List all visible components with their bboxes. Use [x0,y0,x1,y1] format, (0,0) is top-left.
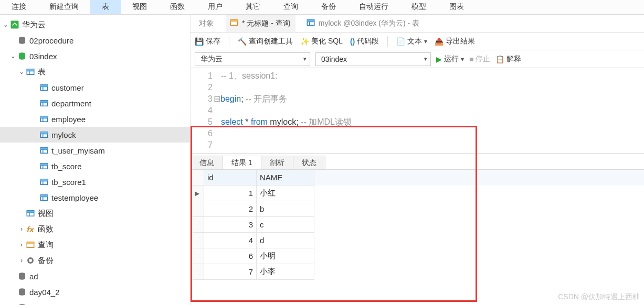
tree-twisty[interactable]: › [18,257,25,264]
menu-item[interactable]: 自动运行 [347,0,400,14]
result-tab[interactable]: 结果 1 [223,156,261,169]
row-header[interactable] [191,233,204,248]
doc-tab[interactable]: 对象 [196,16,219,31]
cell-id[interactable]: 7 [204,264,257,280]
table-row[interactable]: ▶ 1 小红 [191,186,644,201]
tree-row[interactable]: ›备份 [0,253,190,268]
column-header[interactable]: id [204,170,257,186]
cell-name[interactable]: 小李 [257,264,314,280]
doc-tab-label: 对象 [199,19,214,28]
code-area[interactable]: -- 1、session1: ⊟begin; -- 开启事务 select * … [217,68,356,153]
tree-row[interactable]: t_user_myisam [0,143,190,158]
menu-item[interactable]: 连接 [0,0,38,14]
result-tab[interactable]: 信息 [191,156,223,169]
menu-item[interactable]: 用户 [196,0,234,14]
tree-row[interactable]: tb_score1 [0,174,190,190]
table-row[interactable]: 6 小明 [191,248,644,264]
tree-row[interactable]: day04_2 [0,284,190,300]
menu-item[interactable]: 新建查询 [38,0,90,14]
cell-name[interactable]: 小明 [257,248,314,264]
tree-row[interactable]: employee [0,111,190,127]
tree-row[interactable]: 02procedure [0,32,190,48]
tree-row[interactable]: ›查询 [0,237,190,253]
connection-select[interactable]: 华为云 ▾ [195,52,310,66]
save-button[interactable]: 💾保存 [195,37,220,46]
cell-id[interactable]: 1 [204,186,257,201]
table-icon [39,145,49,156]
menu-item[interactable]: 函数 [159,0,196,14]
cell-id[interactable]: 4 [204,233,257,248]
row-header[interactable] [191,264,204,280]
tree-label: 查询 [38,240,54,250]
result-grid[interactable]: idNAME ▶ 1 小红 2 b 3 c 4 d 6 小明 7 小李 [191,169,644,280]
menu-item[interactable]: 查询 [272,0,310,14]
tree-twisty[interactable]: ⌄ [2,21,9,28]
stop-button[interactable]: ■停止 [469,55,490,64]
menu-item[interactable]: 其它 [234,0,272,14]
menu-item[interactable]: 模型 [400,0,438,14]
table-icon [39,161,49,171]
tree-row[interactable]: ›fx函数 [0,221,190,237]
tree-twisty[interactable]: › [18,241,25,248]
database-icon [17,35,27,46]
database-select[interactable]: 03index ▾ [315,52,431,66]
menu-item[interactable]: 视图 [121,0,159,14]
tree-label: t_user_myisam [51,146,105,155]
grid-header: idNAME [191,170,644,186]
export-button[interactable]: 📤导出结果 [435,37,475,46]
svg-rect-10 [40,85,48,87]
tree-row[interactable]: customer [0,80,190,95]
row-header[interactable] [191,248,204,264]
explain-button[interactable]: 📋解释 [495,55,521,64]
row-header[interactable] [191,201,204,217]
row-header[interactable]: ▶ [191,186,204,201]
tree-row[interactable]: ⌄表 [0,64,190,80]
menu-item[interactable]: 备份 [310,0,347,14]
tree-twisty[interactable]: ⌄ [9,52,17,60]
tree-row[interactable]: demo01 [0,300,190,305]
snippet-button[interactable]: ()代码段 [350,37,379,46]
query-builder-button[interactable]: 🔨查询创建工具 [238,37,293,46]
database-icon [17,271,27,281]
tree-row[interactable]: testemployee [0,190,190,205]
column-header[interactable]: NAME [257,170,314,186]
tree-row[interactable]: mylock [0,127,190,143]
tree-row[interactable]: 视图 [0,205,190,221]
run-button[interactable]: ▶运行 ▾ [436,55,464,64]
cell-name[interactable]: 小红 [257,186,314,201]
menu-item[interactable]: 图表 [438,0,476,14]
text-button[interactable]: 📄文本 ▾ [396,37,427,46]
tree-row[interactable]: ad [0,268,190,284]
result-tab[interactable]: 剖析 [261,156,293,169]
doc-tab[interactable]: mylock @03index (华为云) - 表 [303,15,425,32]
tree-label: 02procedure [29,36,73,45]
connection-icon [9,19,20,30]
tree-label: 03index [29,52,57,61]
results-panel: 信息结果 1剖析状态 idNAME ▶ 1 小红 2 b 3 c 4 d 6 小… [191,153,644,280]
table-row[interactable]: 3 c [191,217,644,233]
tree-twisty[interactable]: › [18,225,25,233]
cell-id[interactable]: 6 [204,248,257,264]
menu-item[interactable]: 表 [90,0,121,14]
tree-row[interactable]: ⌄03index [0,48,190,64]
svg-rect-14 [40,101,48,103]
cell-name[interactable]: d [257,233,314,248]
document-tabs: 对象* 无标题 - 查询mylock @03index (华为云) - 表 [191,15,644,32]
table-row[interactable]: 2 b [191,201,644,217]
doc-tab[interactable]: * 无标题 - 查询 [226,15,295,32]
tree-row[interactable]: ⌄华为云 [0,17,190,32]
row-header[interactable] [191,217,204,233]
cell-name[interactable]: b [257,201,314,217]
export-icon: 📤 [435,37,444,46]
table-row[interactable]: 7 小李 [191,264,644,280]
table-row[interactable]: 4 d [191,233,644,248]
beautify-sql-button[interactable]: ✨美化 SQL [300,37,343,46]
sql-editor[interactable]: 1234567 -- 1、session1: ⊟begin; -- 开启事务 s… [191,68,644,153]
cell-id[interactable]: 3 [204,217,257,233]
cell-id[interactable]: 2 [204,201,257,217]
tree-twisty[interactable]: ⌄ [18,68,25,75]
result-tab[interactable]: 状态 [293,156,325,169]
tree-row[interactable]: department [0,95,190,111]
tree-row[interactable]: tb_score [0,158,190,174]
cell-name[interactable]: c [257,217,314,233]
